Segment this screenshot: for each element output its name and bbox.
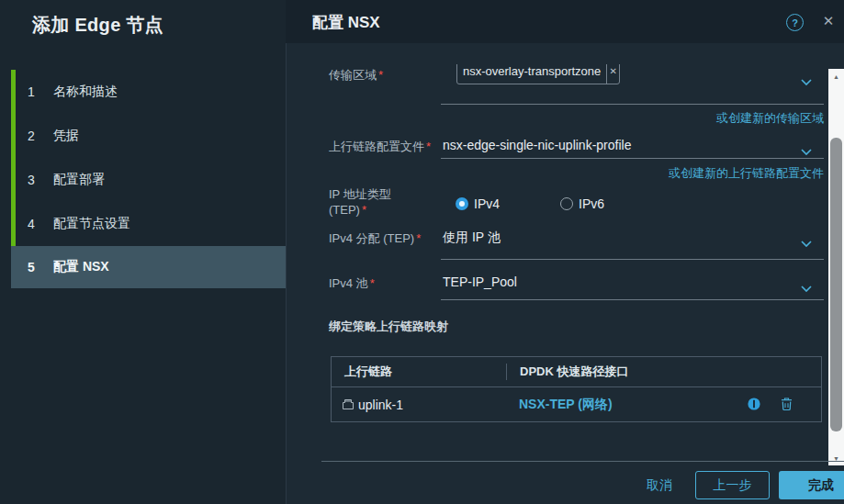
- sidebar-step-1[interactable]: 1 名称和描述: [11, 70, 286, 114]
- step-label: 配置部署: [53, 172, 286, 188]
- dpdk-interface-link[interactable]: NSX-TEP (网络): [506, 397, 821, 413]
- info-icon[interactable]: [747, 397, 761, 411]
- ipv4-pool-select[interactable]: [441, 299, 824, 300]
- finish-button[interactable]: 完成: [779, 471, 844, 499]
- chevron-down-icon[interactable]: [801, 142, 812, 149]
- wizard-sidebar: 添加 Edge 节点 1 名称和描述 2 凭据 3 配置部署 4 配置节点设置 …: [0, 0, 287, 504]
- required-marker: *: [426, 140, 431, 153]
- chevron-down-icon[interactable]: [801, 73, 812, 79]
- radio-ipv6-label: IPv6: [579, 196, 604, 211]
- panel-title: 配置 NSX: [312, 12, 380, 33]
- step-label: 名称和描述: [53, 84, 286, 100]
- transport-zone-tag: nsx-overlay-transportzone ✕: [456, 64, 620, 84]
- ipv4-pool-value: TEP-IP_Pool: [443, 274, 517, 289]
- uplink-mapping-section-title: 绑定策略上行链路映射: [329, 319, 448, 335]
- uplink-name: uplink-1: [358, 398, 403, 412]
- step-label: 凭据: [53, 128, 286, 144]
- table-header-row: 上行链路 DPDK 快速路径接口: [332, 357, 821, 386]
- uplink-profile-value: nsx-edge-single-nic-uplink-profile: [443, 138, 631, 152]
- sidebar-step-4[interactable]: 4 配置节点设置: [11, 202, 286, 246]
- tag-remove-icon[interactable]: ✕: [606, 64, 619, 84]
- scrollbar-thumb[interactable]: [830, 138, 842, 431]
- table-row: uplink-1 NSX-TEP (网络): [332, 386, 821, 421]
- chevron-down-icon[interactable]: [801, 234, 812, 241]
- step-label: 配置节点设置: [53, 216, 286, 232]
- previous-button[interactable]: 上一步: [695, 471, 770, 499]
- sidebar-step-5-active[interactable]: 5 配置 NSX: [11, 246, 286, 288]
- required-marker: *: [378, 68, 383, 82]
- configure-nsx-panel: 配置 NSX ? ✕ 传输区域* nsx-overlay-transportzo…: [286, 0, 844, 504]
- ipv4-assignment-select[interactable]: [441, 259, 824, 260]
- radio-ipv6[interactable]: IPv6: [560, 196, 604, 211]
- transport-zone-tag-label: nsx-overlay-transportzone: [457, 64, 606, 78]
- create-uplink-profile-link[interactable]: 或创建新的上行链路配置文件: [441, 165, 824, 182]
- uplink-profile-select[interactable]: [441, 158, 824, 159]
- step-label: 配置 NSX: [53, 259, 286, 275]
- scrollbar-down-arrow-icon[interactable]: ▼: [828, 451, 844, 465]
- scrollbar-up-arrow-icon[interactable]: ▲: [828, 69, 844, 84]
- wizard-title: 添加 Edge 节点: [32, 13, 163, 38]
- radio-ipv4-label: IPv4: [474, 196, 500, 211]
- required-marker: *: [416, 231, 421, 245]
- table-header-uplink: 上行链路: [332, 364, 506, 380]
- footer-divider: [321, 461, 844, 462]
- chevron-down-icon[interactable]: [801, 279, 812, 286]
- close-icon[interactable]: ✕: [819, 12, 838, 30]
- step-number: 3: [28, 173, 53, 187]
- trash-icon[interactable]: [780, 397, 794, 411]
- step-number: 1: [28, 84, 53, 99]
- add-edge-node-dialog: 添加 Edge 节点 1 名称和描述 2 凭据 3 配置部署 4 配置节点设置 …: [0, 0, 844, 504]
- sidebar-step-2[interactable]: 2 凭据: [11, 114, 286, 158]
- uplink-mapping-table: 上行链路 DPDK 快速路径接口 uplink-1 NSX-TEP (网络): [331, 356, 822, 422]
- required-marker: *: [370, 276, 375, 290]
- panel-header: 配置 NSX ? ✕: [286, 0, 844, 43]
- table-header-dpdk-interface: DPDK 快速路径接口: [506, 364, 821, 380]
- sidebar-step-3[interactable]: 3 配置部署: [11, 158, 286, 202]
- required-marker: *: [362, 203, 366, 217]
- ipv4-pool-label: IPv4 池*: [329, 275, 444, 291]
- cancel-button[interactable]: 取消: [636, 474, 683, 497]
- radio-ipv4[interactable]: IPv4: [456, 196, 500, 211]
- ipv4-assignment-value: 使用 IP 池: [443, 230, 501, 246]
- ip-type-label: IP 地址类型 (TEP)*: [329, 186, 444, 218]
- uplink-profile-label: 上行链路配置文件*: [329, 139, 448, 154]
- help-icon[interactable]: ?: [786, 14, 804, 31]
- radio-unchecked-icon: [560, 197, 573, 210]
- port-icon: [342, 398, 354, 410]
- radio-checked-icon: [456, 197, 468, 210]
- step-number: 5: [28, 260, 53, 274]
- step-number: 4: [28, 217, 53, 231]
- create-transport-zone-link[interactable]: 或创建新的传输区域: [441, 110, 824, 127]
- form-scroll-area: 传输区域* nsx-overlay-transportzone ✕ 或创建新的传…: [286, 64, 828, 461]
- vertical-scrollbar[interactable]: ▲ ▼: [828, 69, 844, 465]
- step-number: 2: [28, 129, 53, 143]
- ipv4-assignment-label: IPv4 分配 (TEP)*: [329, 230, 453, 246]
- transport-zone-label: 传输区域*: [329, 67, 444, 83]
- transport-zone-select[interactable]: [441, 104, 824, 105]
